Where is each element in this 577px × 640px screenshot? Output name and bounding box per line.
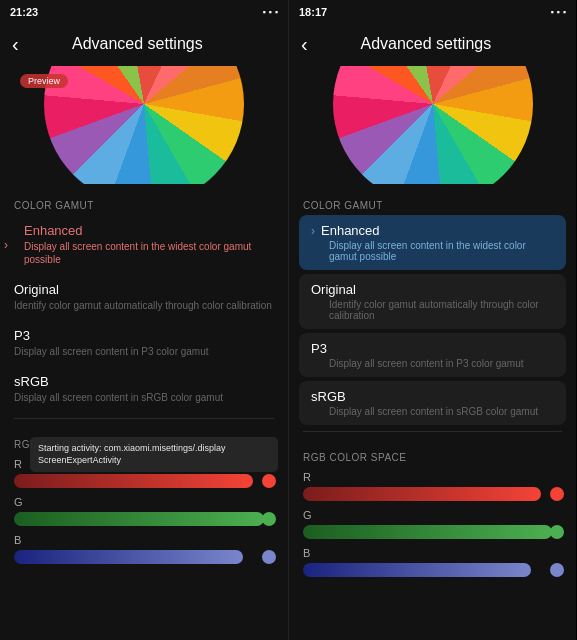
right-battery-icon: ▪ — [563, 7, 566, 17]
left-slider-g-fill — [14, 512, 264, 526]
left-back-button[interactable]: ‹ — [12, 34, 19, 54]
right-gamut-original-name: Original — [311, 282, 356, 297]
right-gamut-srgb-name: sRGB — [311, 389, 346, 404]
left-slider-b-label: B — [14, 534, 274, 546]
left-slider-g-track[interactable] — [14, 512, 274, 526]
right-slider-b-row: B — [289, 543, 576, 581]
left-slider-b-thumb[interactable] — [262, 550, 276, 564]
left-scroll-area[interactable]: COLOR GAMUT › Enhanced Display all scree… — [0, 192, 288, 640]
left-color-gamut-label: COLOR GAMUT — [0, 192, 288, 215]
right-gamut-p3-desc: Display all screen content in P3 color g… — [311, 358, 554, 369]
left-gamut-p3-name: P3 — [14, 328, 274, 343]
left-gamut-enhanced-name: Enhanced — [24, 223, 274, 238]
right-gamut-original[interactable]: Original Identify color gamut automatica… — [299, 274, 566, 329]
battery-icon: ▪ — [275, 7, 278, 17]
right-slider-r-fill — [303, 487, 541, 501]
right-back-button[interactable]: ‹ — [301, 34, 308, 54]
right-gamut-cards: › Enhanced Display all screen content in… — [289, 215, 576, 425]
right-status-bar: 18:17 ▪ ▪ ▪ — [289, 0, 576, 22]
left-gamut-p3-desc: Display all screen content in P3 color g… — [14, 345, 274, 358]
right-gamut-enhanced-row: › Enhanced — [311, 223, 554, 238]
left-gamut-srgb[interactable]: sRGB Display all screen content in sRGB … — [14, 366, 274, 412]
left-slider-b-fill — [14, 550, 243, 564]
left-gamut-srgb-name: sRGB — [14, 374, 274, 389]
right-gamut-srgb-row: sRGB — [311, 389, 554, 404]
left-slider-g-label: G — [14, 496, 274, 508]
right-scroll-area[interactable]: COLOR GAMUT › Enhanced Display all scree… — [289, 192, 576, 640]
right-panel: 18:17 ▪ ▪ ▪ ‹ Advanced settings COLOR GA… — [288, 0, 576, 640]
right-wifi-icon: ▪ — [557, 7, 560, 17]
right-divider — [303, 431, 562, 432]
left-gamut-original-name: Original — [14, 282, 274, 297]
right-gamut-p3-name: P3 — [311, 341, 327, 356]
enhanced-arrow-icon: › — [4, 238, 8, 252]
right-status-icons: ▪ ▪ ▪ — [550, 7, 566, 17]
left-slider-r-track[interactable] — [14, 474, 274, 488]
right-slider-g-row: G — [289, 505, 576, 543]
right-slider-r-row: R — [289, 467, 576, 505]
right-gamut-enhanced-name: Enhanced — [321, 223, 380, 238]
right-slider-r-thumb[interactable] — [550, 487, 564, 501]
right-slider-g-track[interactable] — [303, 525, 562, 539]
left-panel: 21:23 ▪ ▪ ▪ ‹ Advanced settings Preview … — [0, 0, 288, 640]
right-enhanced-arrow-icon: › — [311, 224, 315, 238]
left-rgb-section: RGB COLOR SPACE R G Starting activity: c… — [0, 431, 288, 568]
left-status-icons: ▪ ▪ ▪ — [262, 7, 278, 17]
left-slider-g-row: G Starting activity: com.xiaomi.misettin… — [0, 492, 288, 530]
left-gamut-p3[interactable]: P3 Display all screen content in P3 colo… — [14, 320, 274, 366]
left-gamut-enhanced-desc: Display all screen content in the widest… — [24, 240, 274, 266]
signal-icon: ▪ — [262, 7, 265, 17]
right-gamut-enhanced-desc: Display all screen content in the widest… — [311, 240, 554, 262]
left-gamut-list: › Enhanced Display all screen content in… — [0, 215, 288, 412]
left-slider-b-track[interactable] — [14, 550, 274, 564]
right-gamut-p3-row: P3 — [311, 341, 554, 356]
left-preview-badge: Preview — [20, 74, 68, 88]
left-gamut-srgb-desc: Display all screen content in sRGB color… — [14, 391, 274, 404]
right-gamut-original-desc: Identify color gamut automatically throu… — [311, 299, 554, 321]
left-preview-container: Preview — [12, 66, 276, 184]
left-divider — [14, 418, 274, 419]
right-gamut-p3[interactable]: P3 Display all screen content in P3 colo… — [299, 333, 566, 377]
wifi-icon: ▪ — [269, 7, 272, 17]
left-status-bar: 21:23 ▪ ▪ ▪ — [0, 0, 288, 22]
left-tooltip: Starting activity: com.xiaomi.misettings… — [30, 437, 278, 472]
right-slider-b-label: B — [303, 547, 562, 559]
right-signal-icon: ▪ — [550, 7, 553, 17]
right-rgb-section: RGB COLOR SPACE R G B — [289, 444, 576, 581]
right-header: ‹ Advanced settings — [289, 22, 576, 66]
right-slider-g-fill — [303, 525, 552, 539]
right-slider-r-label: R — [303, 471, 562, 483]
left-slider-r-fill — [14, 474, 253, 488]
right-color-gamut-label: COLOR GAMUT — [289, 192, 576, 215]
left-gamut-original-desc: Identify color gamut automatically throu… — [14, 299, 274, 312]
left-slider-b-row: B — [0, 530, 288, 568]
right-gamut-srgb[interactable]: sRGB Display all screen content in sRGB … — [299, 381, 566, 425]
right-status-time: 18:17 — [299, 6, 327, 18]
left-gamut-enhanced[interactable]: › Enhanced Display all screen content in… — [14, 215, 274, 274]
right-page-title: Advanced settings — [316, 35, 536, 53]
right-slider-b-fill — [303, 563, 531, 577]
right-gamut-original-row: Original — [311, 282, 554, 297]
right-gamut-enhanced[interactable]: › Enhanced Display all screen content in… — [299, 215, 566, 270]
right-rgb-label: RGB COLOR SPACE — [289, 444, 576, 467]
right-gamut-srgb-desc: Display all screen content in sRGB color… — [311, 406, 554, 417]
right-slider-b-thumb[interactable] — [550, 563, 564, 577]
right-slider-g-thumb[interactable] — [550, 525, 564, 539]
left-status-time: 21:23 — [10, 6, 38, 18]
left-slider-g-thumb[interactable] — [262, 512, 276, 526]
left-gamut-original[interactable]: Original Identify color gamut automatica… — [14, 274, 274, 320]
right-preview-image — [301, 66, 564, 184]
right-slider-g-label: G — [303, 509, 562, 521]
left-page-title: Advanced settings — [27, 35, 248, 53]
right-slider-b-track[interactable] — [303, 563, 562, 577]
left-slider-r-thumb[interactable] — [262, 474, 276, 488]
right-preview-container — [301, 66, 564, 184]
left-header: ‹ Advanced settings — [0, 22, 288, 66]
right-slider-r-track[interactable] — [303, 487, 562, 501]
